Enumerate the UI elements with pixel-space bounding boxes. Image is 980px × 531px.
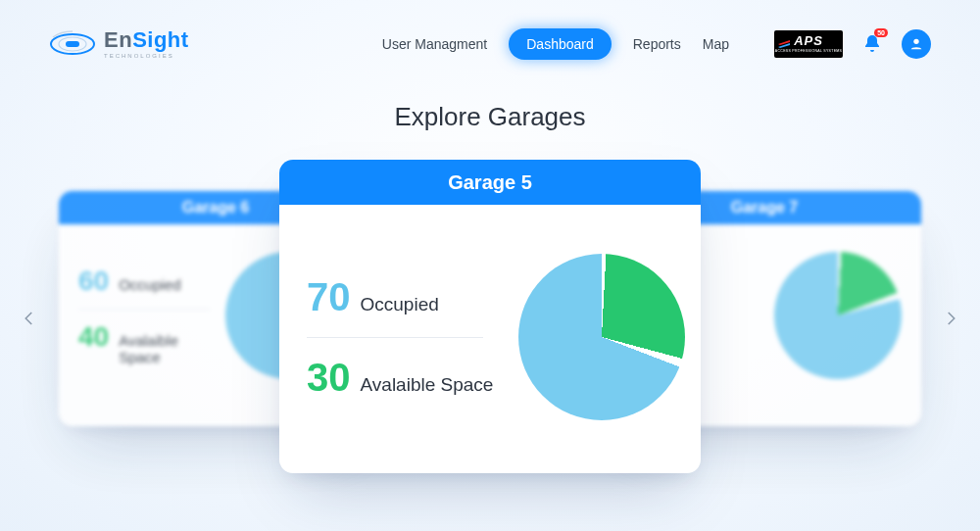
carousel-next-button[interactable] (939, 307, 962, 330)
nav-reports[interactable]: Reports (633, 36, 681, 52)
garage-carousel: Garage 6 60 Occupied 40 Avalaible Space (0, 160, 980, 512)
chevron-right-icon (942, 310, 959, 327)
logo-subtext: TECHNOLOGIES (104, 53, 189, 59)
notifications-count: 50 (874, 28, 888, 37)
garage-card-title: Garage 5 (279, 160, 701, 205)
logo-text: EnSight TECHNOLOGIES (104, 29, 189, 59)
occupied-label: Occupied (119, 276, 180, 293)
aps-badge[interactable]: APS ACCESS PROFESSIONAL SYSTEMS (774, 30, 843, 58)
avatar-button[interactable] (902, 29, 931, 59)
page-title: Explore Garages (0, 102, 980, 132)
nav: User Managment Dashboard Reports Map APS… (382, 28, 931, 60)
header-right-cluster: APS ACCESS PROFESSIONAL SYSTEMS 50 (774, 29, 931, 59)
divider (307, 337, 483, 338)
garage-pie-chart (774, 252, 902, 379)
nav-map[interactable]: Map (703, 36, 729, 52)
svg-point-3 (913, 39, 918, 44)
occupied-value: 60 (78, 266, 109, 297)
logo[interactable]: EnSight TECHNOLOGIES (49, 29, 189, 59)
garage-pie-chart (518, 254, 685, 420)
available-value: 30 (307, 356, 351, 400)
nav-user-management[interactable]: User Managment (382, 36, 487, 52)
garage-card-center[interactable]: Garage 5 70 Occupied 30 Avalaible Space (279, 160, 701, 473)
aps-badge-main: APS (794, 34, 823, 47)
logo-brand-en: En (104, 27, 132, 52)
occupied-value: 70 (307, 275, 351, 319)
available-value: 40 (78, 321, 109, 353)
logo-eye-icon (49, 30, 96, 58)
notifications-button[interactable]: 50 (860, 32, 884, 56)
nav-dashboard[interactable]: Dashboard (509, 28, 612, 60)
logo-brand-sight: Sight (132, 27, 189, 52)
user-icon (908, 36, 924, 52)
available-label: Avalaible Space (119, 332, 210, 365)
svg-rect-2 (66, 41, 79, 47)
chevron-left-icon (21, 310, 38, 327)
available-label: Avalaible Space (361, 374, 494, 396)
carousel-prev-button[interactable] (18, 307, 41, 330)
occupied-label: Occupied (361, 294, 439, 315)
header: EnSight TECHNOLOGIES User Managment Dash… (0, 0, 980, 69)
aps-badge-sub: ACCESS PROFESSIONAL SYSTEMS (775, 49, 842, 53)
divider (78, 309, 210, 310)
